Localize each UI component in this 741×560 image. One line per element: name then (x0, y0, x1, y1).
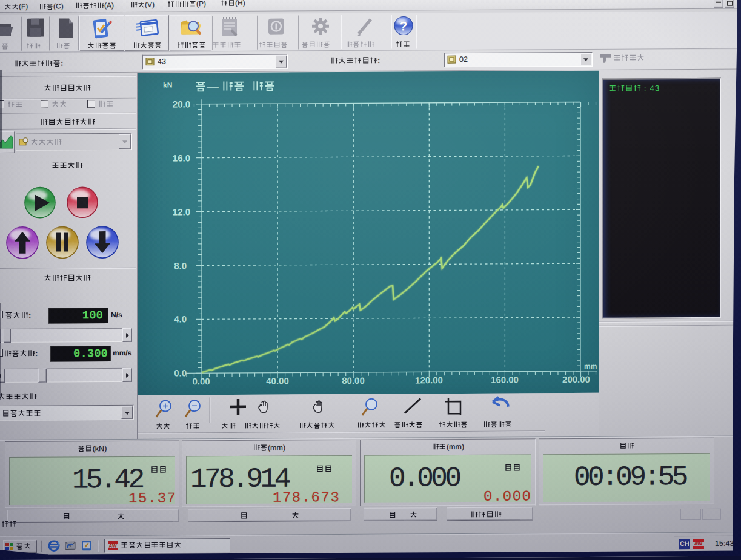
svg-text:4.0: 4.0 (174, 314, 187, 324)
svg-text:8.0: 8.0 (174, 260, 187, 271)
svg-text:AW: AW (694, 541, 703, 547)
svg-text:80.00: 80.00 (342, 375, 365, 386)
svg-text:12.0: 12.0 (173, 206, 190, 217)
svg-text:kN: kN (163, 81, 172, 90)
svg-text:120.00: 120.00 (415, 375, 443, 385)
svg-text:mm: mm (584, 362, 597, 371)
svg-text:20.0: 20.0 (173, 99, 190, 109)
svg-text:0.0: 0.0 (174, 367, 187, 378)
svg-text:160.00: 160.00 (491, 375, 519, 385)
svg-text:200.00: 200.00 (562, 374, 590, 384)
svg-text:40.00: 40.00 (266, 376, 289, 386)
svg-text:0.00: 0.00 (192, 376, 210, 386)
svg-text:16.0: 16.0 (173, 153, 190, 163)
svg-text:?: ? (400, 19, 408, 33)
svg-text:AW: AW (109, 543, 117, 548)
